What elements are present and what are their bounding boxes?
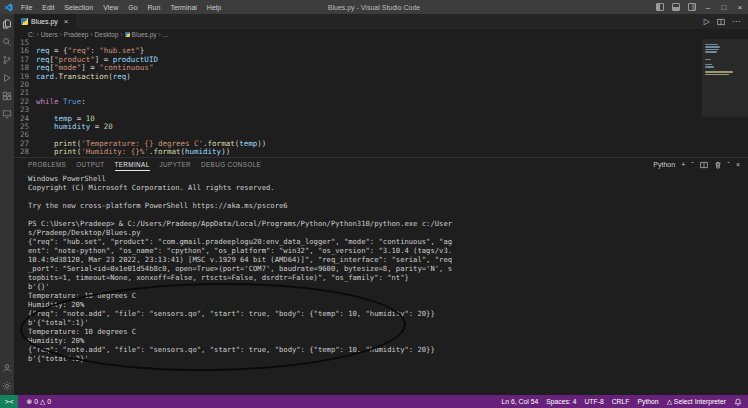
tab-label: Blues.py <box>31 18 58 25</box>
breadcrumb: C:›Users›Pradeep›Desktop›Blues.py›... <box>14 29 748 39</box>
menu-view[interactable]: View <box>98 4 123 11</box>
editor-actions: ▷ ⋯ <box>704 14 748 29</box>
panel-actions: Python + ˇ ˆ × <box>653 161 740 169</box>
settings-gear-icon[interactable] <box>2 381 12 391</box>
code-line[interactable]: 19card.Transaction(req) <box>14 73 748 81</box>
minimap-slider[interactable] <box>702 39 748 117</box>
code-editor[interactable]: 1516req = {"req": "hub.set"}17req["produ… <box>14 39 748 157</box>
terminal-line: Copyright (C) Microsoft Corporation. All… <box>28 183 748 192</box>
panel-tab-jupyter[interactable]: JUPYTER <box>160 158 192 171</box>
close-window-button[interactable]: × <box>732 0 748 14</box>
run-python-file-button[interactable]: ▷ <box>704 17 710 26</box>
menu-bar: FileEditSelectionViewGoRunTerminalHelp <box>16 0 226 14</box>
editor-area: Blues.py × ▷ ⋯ C:›Users›Pradeep›Desktop›… <box>14 14 748 395</box>
warnings-count: 0 <box>47 398 51 405</box>
indentation-setting[interactable]: Spaces: 4 <box>546 398 576 405</box>
terminal-shell-label[interactable]: Python <box>653 161 675 168</box>
tab-close-icon[interactable]: × <box>64 17 69 26</box>
terminal-line: topbits=1, timeout=None, xonxoff=False, … <box>28 273 748 282</box>
breadcrumb-item[interactable]: Pradeep <box>64 31 89 38</box>
remote-explorer-icon[interactable] <box>2 109 12 119</box>
python-file-icon <box>21 18 28 25</box>
breadcrumb-item[interactable]: C: <box>28 31 35 38</box>
title-bar: FileEditSelectionViewGoRunTerminalHelp B… <box>0 0 748 14</box>
remote-indicator[interactable]: >< <box>0 395 18 408</box>
code-line[interactable]: 22while True: <box>14 98 748 106</box>
tab-blues-py[interactable]: Blues.py × <box>14 14 76 29</box>
close-panel-icon[interactable]: × <box>736 161 740 168</box>
encoding-setting[interactable]: UTF-8 <box>584 398 603 405</box>
bottom-panel: PROBLEMSOUTPUTTERMINALJUPYTERDEBUG CONSO… <box>14 157 748 395</box>
menu-selection[interactable]: Selection <box>59 4 98 11</box>
breadcrumb-item[interactable]: Users <box>41 31 58 38</box>
breadcrumb-item[interactable]: Desktop <box>95 31 119 38</box>
python-file-icon <box>125 32 130 37</box>
code-line[interactable]: 21 <box>14 89 748 97</box>
terminal-line: b'{"total":2}' <box>28 354 748 363</box>
panel-tab-debug-console[interactable]: DEBUG CONSOLE <box>201 158 261 171</box>
kill-terminal-trash-icon[interactable] <box>714 161 722 169</box>
bell-icon <box>734 398 742 406</box>
eol-setting[interactable]: CRLF <box>612 398 630 405</box>
terminal-line: s/Pradeep/Desktop/Blues.py <box>28 228 748 237</box>
search-icon[interactable] <box>2 37 12 47</box>
layout-panel-icon[interactable] <box>668 0 684 14</box>
panel-tab-problems[interactable]: PROBLEMS <box>28 158 66 171</box>
menu-help[interactable]: Help <box>202 4 226 11</box>
window-title: Blues.py - Visual Studio Code <box>328 4 420 11</box>
code-line[interactable]: 23 <box>14 106 748 114</box>
breadcrumb-item[interactable]: Blues.py <box>125 31 157 38</box>
menu-file[interactable]: File <box>16 4 37 11</box>
problems-indicator[interactable]: ⊗ 0 △ 0 <box>26 398 51 406</box>
terminal-dropdown-icon[interactable]: ˇ <box>691 161 693 168</box>
breadcrumb-separator-icon: › <box>120 31 122 38</box>
account-icon[interactable] <box>2 363 12 373</box>
code-line[interactable]: 28 print('Humidity: {}%'.format(humidity… <box>14 148 748 156</box>
code-lines: 1516req = {"req": "hub.set"}17req["produ… <box>14 39 748 156</box>
terminal-line: {"req": "hub.set", "product": "com.gmail… <box>28 237 748 246</box>
minimap[interactable] <box>702 39 748 157</box>
interpreter-warning-icon: △ <box>667 398 672 406</box>
errors-icon: ⊗ <box>26 398 32 406</box>
menu-go[interactable]: Go <box>123 4 142 11</box>
code-line[interactable]: 25 humidity = 20 <box>14 123 748 131</box>
split-editor-icon[interactable] <box>717 18 725 26</box>
terminal-line <box>28 192 748 201</box>
menu-run[interactable]: Run <box>143 4 166 11</box>
code-line[interactable]: 24 temp = 10 <box>14 115 748 123</box>
cursor-position[interactable]: Ln 6, Col 54 <box>502 398 539 405</box>
explorer-icon[interactable] <box>2 19 12 29</box>
panel-tab-terminal[interactable]: TERMINAL <box>115 158 150 171</box>
terminal-line: PS C:\Users\Pradeep> & C:/Users/Pradeep/… <box>28 219 748 228</box>
select-interpreter-warning[interactable]: △ Select Interpreter <box>667 398 726 406</box>
terminal-line: _port": "Serial<id=0x1e01d54b8c0, open=T… <box>28 264 748 273</box>
breadcrumb-separator-icon: › <box>60 31 62 38</box>
terminal-line: b'{"total":1}' <box>28 318 748 327</box>
panel-tab-output[interactable]: OUTPUT <box>76 158 104 171</box>
code-line[interactable]: 20 <box>14 81 748 89</box>
maximize-button[interactable]: □ <box>716 0 732 14</box>
layout-customize-icon[interactable] <box>684 0 700 14</box>
menu-edit[interactable]: Edit <box>37 4 59 11</box>
new-terminal-icon[interactable]: + <box>681 161 685 168</box>
breadcrumb-item[interactable]: ... <box>163 31 168 38</box>
activity-bar <box>0 14 14 395</box>
notifications-bell[interactable] <box>734 398 742 406</box>
terminal-output[interactable]: Windows PowerShellCopyright (C) Microsof… <box>14 171 748 395</box>
vscode-window: FileEditSelectionViewGoRunTerminalHelp B… <box>0 0 748 408</box>
extensions-icon[interactable] <box>2 91 12 101</box>
terminal-line: ent": "note-python", "os_name": "cpython… <box>28 246 748 255</box>
terminal-line: Humidity: 20% <box>28 336 748 345</box>
tab-bar: Blues.py × ▷ ⋯ <box>14 14 748 29</box>
run-debug-icon[interactable] <box>2 73 12 83</box>
more-actions-icon[interactable]: ⋯ <box>732 17 740 26</box>
minimize-button[interactable]: – <box>700 0 716 14</box>
split-terminal-icon[interactable] <box>700 161 708 169</box>
terminal-line: Windows PowerShell <box>28 174 748 183</box>
language-mode[interactable]: Python <box>637 398 658 405</box>
source-control-icon[interactable] <box>2 55 12 65</box>
layout-sidebar-icon[interactable] <box>652 0 668 14</box>
terminal-line: Temperature: 10 degrees C <box>28 291 748 300</box>
menu-terminal[interactable]: Terminal <box>165 4 201 11</box>
maximize-panel-icon[interactable]: ˆ <box>728 161 730 168</box>
